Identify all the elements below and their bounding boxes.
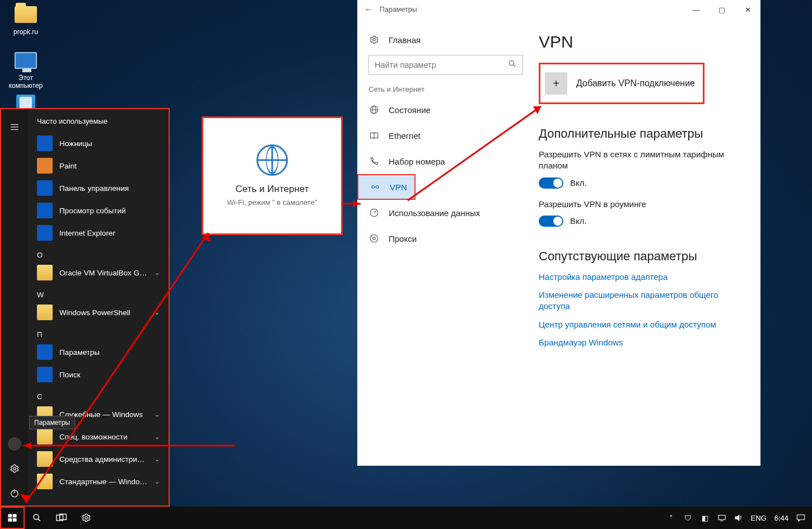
start-item[interactable]: Поиск [28,363,169,386]
settings-titlebar: ← Параметры — ▢ ✕ [357,0,760,19]
start-letter-header[interactable]: П [28,324,169,341]
task-view[interactable] [49,507,74,529]
start-item-label: Параметры [59,348,160,357]
folder-icon [15,6,37,23]
start-item-label: Просмотр событий [59,207,160,215]
svg-line-8 [514,65,516,67]
related-link[interactable]: Центр управления сетями и общим доступом [539,319,745,330]
start-item[interactable]: Панель управления [28,177,169,199]
app-icon [37,265,53,280]
toggle-state: Вкл. [570,178,587,188]
start-item-label: Спец. возможности [59,433,148,441]
svg-point-7 [510,61,514,65]
app-icon [37,203,53,218]
tray-clock[interactable]: 6:44 [774,514,788,522]
search-input[interactable] [375,60,502,69]
hamburger-button[interactable] [1,115,28,139]
svg-point-3 [13,467,16,470]
nav-item-meter[interactable]: Использование данных [368,200,539,226]
settings-tile-network[interactable]: Сеть и Интернет Wi-Fi, режим " в самолет… [202,116,343,235]
start-item[interactable]: Paint [28,155,169,177]
desktop: propk.ru Этот компьютер Корзина Параметр… [0,0,812,529]
start-letter-header[interactable]: W [28,284,169,301]
switch-icon [539,216,563,227]
opt-metered-label: Разрешить VPN в сетях с лимитным тарифны… [539,149,745,172]
nav-item-proxy[interactable]: Прокси [368,226,539,251]
system-tray: ˄ 🛡 ◧ ENG 6:44 [667,513,812,522]
app-icon [37,225,53,241]
settings-search[interactable] [368,55,523,75]
toggle-roaming[interactable]: Вкл. [539,216,745,227]
related-link[interactable]: Настройка параметров адаптера [539,271,745,283]
nav-item-dial[interactable]: Набор номера [368,148,539,174]
nav-label: Ethernet [389,131,421,141]
chevron-down-icon: ⌄ [155,478,160,485]
section-related: Сопутствующие параметры [539,249,745,264]
nav-item-ethernet[interactable]: Ethernet [368,123,539,148]
tray-chevron-up-icon[interactable]: ˄ [667,513,676,522]
start-button[interactable] [0,507,25,529]
start-item-label: Стандартные — Windows [59,477,148,486]
taskbar-settings[interactable] [74,507,99,529]
back-button[interactable]: ← [357,4,380,15]
switch-icon [539,177,563,189]
opt-roaming-label: Разрешить VPN в роуминге [539,199,745,210]
svg-rect-22 [13,514,17,517]
start-item[interactable]: Internet Explorer [28,222,169,244]
start-letter-header[interactable]: О [28,244,169,261]
related-link[interactable]: Изменение расширенных параметров общего … [539,289,745,312]
settings-rail-button[interactable] [1,456,28,481]
start-item-label: Средства администрировани... [59,455,148,464]
start-item[interactable]: Windows PowerShell⌄ [28,301,169,324]
ethernet-icon [368,130,380,141]
related-link[interactable]: Брандмауэр Windows [539,337,745,348]
desktop-icon-propk[interactable]: propk.ru [3,3,48,36]
start-app-list[interactable]: Часто используемые НожницыPaintПанель уп… [28,109,169,505]
tray-language[interactable]: ENG [751,514,767,522]
taskbar-search[interactable] [25,507,49,529]
svg-point-6 [373,39,376,41]
app-icon [37,451,53,467]
start-rail: Параметры [1,109,28,505]
page-title: VPN [539,32,745,52]
settings-content: VPN + Добавить VPN-подключение Дополните… [539,19,760,466]
close-button[interactable]: ✕ [735,0,760,19]
task-view-icon [56,513,67,522]
add-vpn-button[interactable]: + Добавить VPN-подключение [539,63,704,104]
tray-action-center-icon[interactable] [796,513,805,522]
start-item[interactable]: Стандартные — Windows⌄ [28,470,169,493]
start-item[interactable]: Ножницы [28,132,169,155]
start-item[interactable]: Oracle VM VirtualBox Guest A...⌄ [28,261,169,284]
toggle-metered[interactable]: Вкл. [539,177,745,189]
start-item-label: Поиск [59,371,160,379]
svg-rect-21 [8,514,12,517]
nav-item-vpn[interactable]: VPN [357,174,416,200]
nav-item-globe[interactable]: Состояние [368,97,539,123]
app-icon [37,429,53,444]
tray-vbox-icon[interactable]: ◧ [701,513,710,522]
desktop-icon-label: Этот компьютер [3,74,48,90]
app-icon [37,344,53,360]
maximize-button[interactable]: ▢ [709,0,735,19]
power-rail-button[interactable] [1,481,28,505]
svg-rect-24 [13,518,17,522]
windows-icon [7,513,17,523]
svg-rect-23 [8,518,12,522]
start-item[interactable]: Параметры [28,341,169,363]
user-avatar[interactable] [1,432,28,456]
desktop-icon-this-pc[interactable]: Этот компьютер [3,49,48,90]
tray-volume-icon[interactable] [734,513,743,522]
svg-point-19 [370,235,378,242]
start-item-label: Internet Explorer [59,229,160,237]
nav-home[interactable]: Главная [368,27,539,53]
proxy-icon [368,233,380,244]
start-letter-header[interactable]: С [28,386,169,403]
tray-network-icon[interactable] [717,513,726,522]
power-icon [10,488,20,498]
start-item[interactable]: Просмотр событий [28,199,169,222]
minimize-button[interactable]: — [683,0,709,19]
svg-line-18 [374,211,376,213]
app-icon [37,367,53,382]
start-item[interactable]: Средства администрировани...⌄ [28,448,169,470]
tray-security-icon[interactable]: 🛡 [684,513,693,522]
